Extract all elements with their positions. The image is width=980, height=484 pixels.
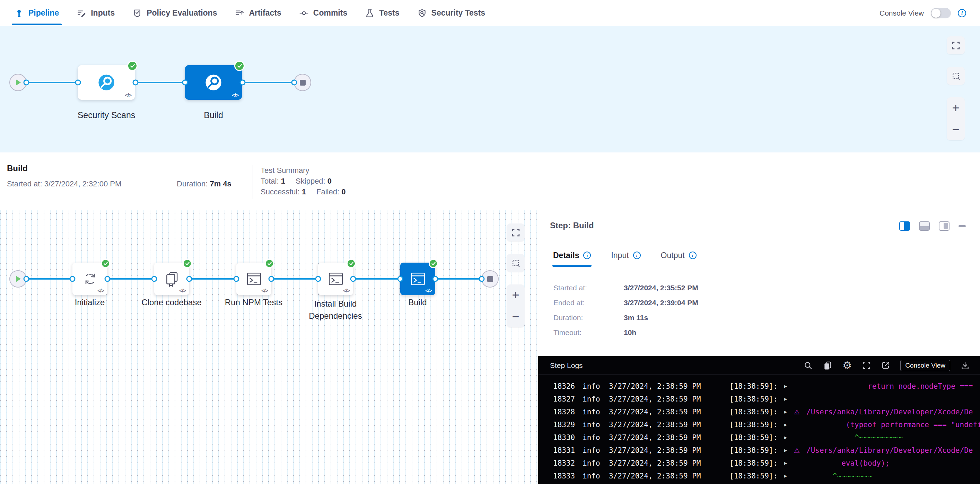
- failed-label: Failed:: [317, 187, 339, 196]
- detail-value: 3/27/2024, 2:35:52 PM: [624, 284, 698, 292]
- settings-gear-icon[interactable]: ⚙: [842, 360, 852, 371]
- detail-label: Duration:: [554, 314, 624, 322]
- success-badge: [183, 259, 192, 268]
- step-pipeline-canvas[interactable]: </> Initialize </> Clone codebase </> Ru…: [0, 210, 538, 484]
- console-view-label: Console View: [880, 9, 924, 17]
- zoom-in-button[interactable]: +: [512, 289, 519, 302]
- stage-node-security-scans[interactable]: </>: [78, 65, 135, 100]
- tab-details[interactable]: Details i: [553, 245, 591, 266]
- tab-label: Pipeline: [29, 8, 59, 17]
- log-line-number: 18329: [553, 421, 582, 429]
- terminal-icon: [410, 271, 426, 287]
- tab-output[interactable]: Output i: [661, 245, 697, 266]
- log-line-number: 18331: [553, 446, 582, 455]
- zoom-out-button[interactable]: −: [952, 123, 959, 136]
- log-time: [18:38:59]:: [729, 433, 784, 442]
- log-line[interactable]: 18329 info 3/27/2024, 2:38:59 PM [18:38:…: [538, 418, 980, 431]
- tab-policy-evaluations[interactable]: Policy Evaluations: [133, 0, 217, 26]
- open-in-new-icon[interactable]: [881, 361, 890, 370]
- info-icon[interactable]: i: [633, 252, 641, 259]
- log-timestamp: 3/27/2024, 2:38:59 PM: [609, 433, 729, 442]
- log-line[interactable]: 18333 info 3/27/2024, 2:38:59 PM [18:38:…: [538, 470, 980, 482]
- step-panel-title: Step: Build: [550, 221, 594, 230]
- info-icon[interactable]: i: [689, 252, 697, 259]
- connector-dot: [291, 80, 298, 86]
- top-nav: Pipeline Inputs Policy Evaluations Artif…: [0, 0, 980, 26]
- log-line[interactable]: 18327 info 3/27/2024, 2:38:59 PM [18:38:…: [538, 392, 980, 405]
- tab-commits[interactable]: Commits: [299, 0, 347, 26]
- canvas-select-button[interactable]: [947, 67, 965, 85]
- expand-caret-icon[interactable]: ▸: [784, 473, 794, 479]
- code-view-icon: </>: [343, 287, 350, 294]
- tab-artifacts[interactable]: Artifacts: [235, 0, 281, 26]
- zoom-in-button[interactable]: +: [952, 102, 959, 114]
- fullscreen-icon[interactable]: [862, 361, 871, 370]
- expand-caret-icon[interactable]: ▸: [784, 460, 794, 467]
- log-message: (typeof performance === "undefine: [807, 421, 980, 429]
- expand-caret-icon[interactable]: ▸: [784, 434, 794, 441]
- success-badge: [101, 259, 110, 268]
- tab-input[interactable]: Input i: [611, 245, 640, 266]
- expand-caret-icon[interactable]: ▸: [784, 421, 794, 428]
- code-view-icon: </>: [261, 287, 268, 294]
- canvas-fullscreen-button[interactable]: [507, 224, 525, 241]
- detail-label: Timeout:: [554, 328, 624, 337]
- log-time: [18:38:59]:: [729, 382, 784, 390]
- download-icon[interactable]: [961, 361, 970, 370]
- log-line[interactable]: 18328 info 3/27/2024, 2:38:59 PM [18:38:…: [538, 405, 980, 418]
- warning-icon: ⚠: [794, 408, 807, 416]
- log-time: [18:38:59]:: [729, 408, 784, 416]
- tab-inputs[interactable]: Inputs: [77, 0, 115, 26]
- layout-bottom-panel-icon[interactable]: [919, 221, 930, 231]
- layout-floating-panel-icon[interactable]: [939, 221, 950, 231]
- step-logs-body[interactable]: 18326 info 3/27/2024, 2:38:59 PM [18:38:…: [538, 375, 980, 482]
- layout-right-panel-icon[interactable]: [899, 221, 910, 231]
- log-line[interactable]: 18330 info 3/27/2024, 2:38:59 PM [18:38:…: [538, 431, 980, 444]
- log-line[interactable]: 18326 info 3/27/2024, 2:38:59 PM [18:38:…: [538, 380, 980, 392]
- minimize-panel-icon[interactable]: [959, 225, 966, 227]
- expand-caret-icon[interactable]: ▸: [784, 447, 794, 454]
- tab-label: Artifacts: [249, 8, 281, 17]
- info-icon[interactable]: i: [583, 252, 591, 259]
- step-label: Install Build Dependencies: [292, 298, 379, 322]
- fullscreen-icon: [951, 41, 960, 50]
- tab-label: Commits: [313, 8, 347, 17]
- log-line[interactable]: 18331 info 3/27/2024, 2:38:59 PM [18:38:…: [538, 444, 980, 457]
- log-level: info: [582, 433, 609, 442]
- lower-section: </> Initialize </> Clone codebase </> Ru…: [0, 210, 980, 484]
- info-icon[interactable]: i: [958, 9, 966, 17]
- detail-row: Timeout: 10h: [554, 328, 698, 343]
- canvas-fullscreen-button[interactable]: [947, 36, 965, 54]
- log-message: return node.nodeType ===: [807, 382, 980, 390]
- panel-layout-controls: [899, 221, 966, 231]
- log-level: info: [582, 421, 609, 429]
- tab-tests[interactable]: Tests: [365, 0, 399, 26]
- console-view-toggle[interactable]: [931, 8, 951, 18]
- stage-connector-line: [18, 82, 302, 83]
- tab-security-tests[interactable]: Security Tests: [418, 0, 485, 26]
- expand-caret-icon[interactable]: ▸: [784, 383, 794, 389]
- tab-pipeline[interactable]: Pipeline: [14, 0, 59, 26]
- step-node-clone-codebase[interactable]: </>: [154, 263, 189, 295]
- step-panel-tabs: Details i Input i Output i: [538, 245, 980, 266]
- skipped-label: Skipped:: [296, 177, 325, 186]
- started-label: Started at:: [7, 179, 42, 188]
- step-node-build[interactable]: </>: [400, 263, 435, 295]
- step-node-run-npm-tests[interactable]: </>: [236, 263, 271, 295]
- stage-pipeline-canvas[interactable]: </> Security Scans </> Build + −: [0, 26, 980, 152]
- log-line-number: 18327: [553, 395, 582, 403]
- search-icon[interactable]: [803, 361, 813, 370]
- expand-caret-icon[interactable]: ▸: [784, 408, 794, 415]
- console-view-button[interactable]: Console View: [900, 360, 950, 371]
- copy-icon[interactable]: [823, 361, 832, 370]
- log-line[interactable]: 18332 info 3/27/2024, 2:38:59 PM [18:38:…: [538, 457, 980, 470]
- stage-node-build[interactable]: </>: [185, 65, 242, 100]
- step-node-install-build-dependencies[interactable]: </>: [318, 263, 353, 295]
- step-label: Run NPM Tests: [225, 298, 282, 307]
- zoom-out-button[interactable]: −: [512, 310, 519, 323]
- expand-caret-icon[interactable]: ▸: [784, 396, 794, 402]
- canvas-select-button[interactable]: [507, 254, 525, 272]
- test-summary: Test Summary Total: 1 Skipped: 0 Success…: [261, 165, 354, 197]
- canvas-zoom-controls: + −: [947, 97, 965, 140]
- step-node-initialize[interactable]: </>: [72, 263, 107, 295]
